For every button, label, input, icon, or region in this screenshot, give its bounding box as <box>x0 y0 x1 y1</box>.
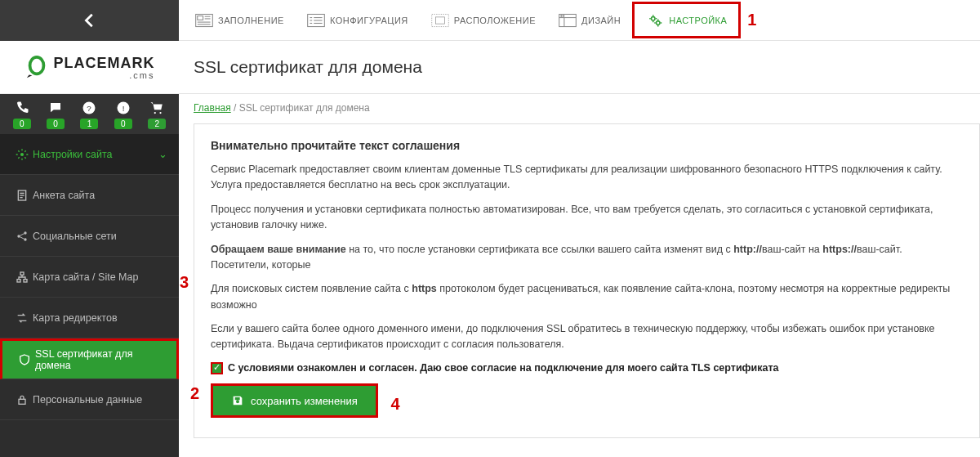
page-heading: SSL сертификат для домена <box>179 41 980 94</box>
annotation-3: 3 <box>180 273 189 292</box>
sidebar-item-personal[interactable]: Персональные данные <box>0 379 179 420</box>
agreement-p4: Для поисковых систем появление сайта с h… <box>211 281 963 313</box>
chevron-down-icon: ⌄ <box>158 148 167 160</box>
svg-point-14 <box>24 238 26 240</box>
svg-rect-20 <box>19 399 25 404</box>
svg-rect-18 <box>17 279 20 281</box>
content-panel: 3 Внимательно прочитайте текст соглашени… <box>194 123 980 438</box>
svg-point-39 <box>561 15 562 16</box>
document-icon <box>11 189 33 202</box>
svg-point-6 <box>160 112 162 114</box>
sidebar-item-site-settings[interactable]: Настройки сайта ⌄ <box>0 134 179 175</box>
agreement-p1: Сервис Placemark предоставляет своим кли… <box>211 162 963 194</box>
breadcrumb-current: SSL сертификат для домена <box>239 102 370 114</box>
svg-point-40 <box>564 15 564 16</box>
svg-text:?: ? <box>87 104 92 113</box>
tab-config[interactable]: КОНФИГУРАЦИЯ <box>296 0 420 40</box>
svg-point-5 <box>154 112 156 114</box>
svg-point-42 <box>657 20 661 25</box>
quick-help[interactable]: ?1 <box>80 101 98 129</box>
logo-icon <box>24 55 49 79</box>
breadcrumb-home[interactable]: Главная <box>194 102 231 114</box>
agreement-heading: Внимательно прочитайте текст соглашения <box>211 139 963 152</box>
logo[interactable]: PLACEMARK .cms <box>0 41 179 94</box>
svg-text:!: ! <box>122 104 125 113</box>
svg-point-12 <box>17 235 20 237</box>
annotation-4: 4 <box>390 395 399 413</box>
sidebar-item-social[interactable]: Социальные сети <box>0 216 179 257</box>
svg-line-16 <box>20 236 24 239</box>
svg-point-7 <box>20 153 24 156</box>
quick-warn[interactable]: !0 <box>114 101 132 129</box>
quick-phone[interactable]: 0 <box>13 101 31 129</box>
svg-rect-35 <box>435 16 444 23</box>
tab-settings[interactable]: НАСТРОЙКА <box>632 2 741 38</box>
svg-rect-17 <box>20 272 24 275</box>
lock-icon <box>11 393 33 406</box>
shield-icon <box>14 353 35 366</box>
quick-cart[interactable]: 2 <box>148 101 166 129</box>
agreement-p3: Обращаем ваше внимание на то, что после … <box>211 242 963 274</box>
annotation-2: 2 <box>190 384 199 403</box>
breadcrumb: Главная / SSL сертификат для домена <box>179 94 980 123</box>
svg-point-0 <box>29 57 43 74</box>
main-area: ЗАПОЛНЕНИЕ КОНФИГУРАЦИЯ РАСПОЛОЖЕНИЕ ДИЗ… <box>179 0 980 457</box>
sidebar-item-ssl[interactable]: SSL сертификат для домена <box>0 338 179 379</box>
gear-icon <box>11 148 33 161</box>
svg-line-15 <box>20 233 24 235</box>
agree-label: С условиями ознакомлен и согласен. Даю с… <box>228 361 778 376</box>
quick-chat[interactable]: 0 <box>47 101 65 129</box>
sidebar-item-redirects[interactable]: Карта редиректов <box>0 298 179 338</box>
logo-subtext: .cms <box>54 70 155 80</box>
page-title: SSL сертификат для домена <box>194 57 422 77</box>
sidebar-item-label: Персональные данные <box>33 394 142 405</box>
top-toolbar: ЗАПОЛНЕНИЕ КОНФИГУРАЦИЯ РАСПОЛОЖЕНИЕ ДИЗ… <box>179 0 980 41</box>
quick-icons: 0 0 ?1 !0 2 <box>0 94 179 134</box>
sidebar-item-sitemap[interactable]: Карта сайта / Site Map <box>0 257 179 298</box>
save-icon <box>231 394 244 407</box>
sidebar: PLACEMARK .cms 0 0 ?1 !0 2 Настройки сай… <box>0 0 179 457</box>
sidebar-item-label: Социальные сети <box>33 231 117 242</box>
sidebar-item-label: Карта редиректов <box>33 312 118 324</box>
agreement-p5: Если у вашего сайта более одного доменно… <box>211 321 963 353</box>
tab-fill[interactable]: ЗАПОЛНЕНИЕ <box>184 0 296 40</box>
back-button[interactable] <box>0 0 179 41</box>
logo-text: PLACEMARK <box>54 55 155 71</box>
sidebar-item-label: Настройки сайта <box>33 149 113 160</box>
tab-layout[interactable]: РАСПОЛОЖЕНИЕ <box>420 0 547 40</box>
sidebar-menu: Настройки сайта ⌄ Анкета сайта Социальны… <box>0 134 179 420</box>
sidebar-item-profile[interactable]: Анкета сайта <box>0 175 179 216</box>
annotation-1: 1 <box>747 0 756 40</box>
svg-rect-19 <box>24 279 27 281</box>
sidebar-item-label: Карта сайта / Site Map <box>33 271 138 283</box>
share-icon <box>11 230 33 243</box>
sidebar-item-label: Анкета сайта <box>33 190 95 201</box>
save-button[interactable]: сохранить изменения <box>211 383 378 418</box>
sitemap-icon <box>11 271 33 284</box>
svg-point-13 <box>24 231 26 234</box>
svg-rect-22 <box>198 16 203 20</box>
sidebar-item-label: SSL сертификат для домена <box>35 348 165 371</box>
agree-checkbox[interactable] <box>211 362 223 374</box>
agreement-p2: Процесс получения и установки сертификат… <box>211 202 963 234</box>
tab-design[interactable]: ДИЗАЙН <box>547 0 632 40</box>
svg-point-41 <box>652 16 656 20</box>
redirect-icon <box>11 311 33 325</box>
